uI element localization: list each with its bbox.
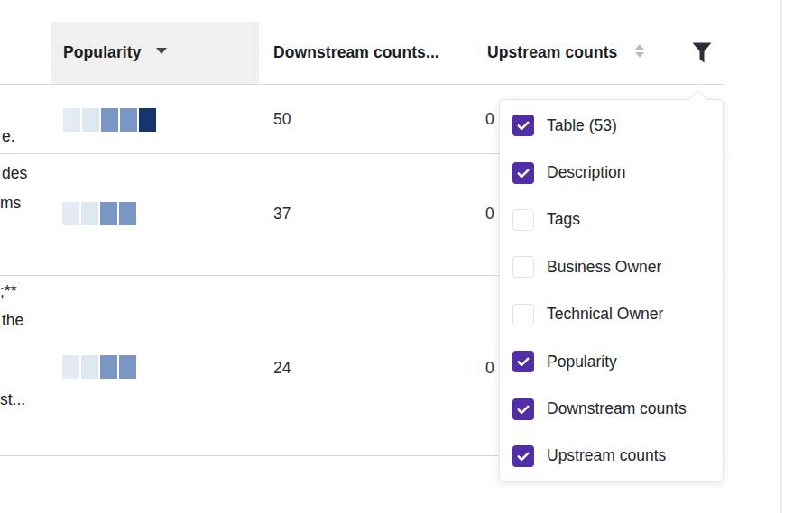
filter-menu-item-label: Upstream counts xyxy=(547,446,666,465)
filter-menu-item-label: Technical Owner xyxy=(547,305,663,324)
popularity-meter-cell xyxy=(81,202,98,225)
checkbox-checked-icon[interactable] xyxy=(512,115,534,136)
sort-up-arrow-icon xyxy=(635,44,644,50)
filter-menu-item[interactable]: Table (53) xyxy=(500,102,723,149)
popularity-meter xyxy=(62,355,136,379)
sort-down-arrow-icon xyxy=(635,52,644,58)
truncated-name-fragment: ms xyxy=(0,194,21,213)
popularity-meter xyxy=(62,202,136,225)
vertical-divider xyxy=(780,0,782,513)
sort-desc-icon xyxy=(156,48,167,54)
upstream-count-value: 0 xyxy=(485,359,494,378)
popularity-meter-cell xyxy=(81,355,98,379)
downstream-count-value: 50 xyxy=(273,110,291,129)
popularity-meter-cell xyxy=(82,108,99,132)
filter-menu-item-label: Description xyxy=(547,163,626,182)
header-separator xyxy=(0,84,724,85)
filter-menu-item-label: Popularity xyxy=(547,353,617,371)
menu-item-list: Table (53)DescriptionTagsBusiness OwnerT… xyxy=(500,102,723,480)
checkbox-checked-icon[interactable] xyxy=(512,445,534,467)
truncated-name-fragment: the xyxy=(2,311,23,330)
checkbox-unchecked-icon[interactable] xyxy=(512,256,534,278)
popularity-meter-cell xyxy=(119,355,136,379)
popularity-meter-cell xyxy=(119,202,136,225)
column-filter-menu: Table (53)DescriptionTagsBusiness OwnerT… xyxy=(499,99,724,482)
filter-funnel-icon xyxy=(691,41,713,69)
truncated-name-fragment: e. xyxy=(2,127,15,146)
filter-menu-item[interactable]: Upstream counts xyxy=(500,433,723,480)
column-header-popularity[interactable]: Popularity xyxy=(63,43,142,62)
checkbox-unchecked-icon[interactable] xyxy=(512,209,534,231)
column-header-downstream-counts[interactable]: Downstream counts... xyxy=(273,43,439,62)
column-header-upstream-counts[interactable]: Upstream counts xyxy=(487,43,617,62)
filter-menu-item[interactable]: Description xyxy=(500,149,723,196)
filter-menu-item-label: Business Owner xyxy=(547,258,661,277)
filter-menu-item-label: Table (53) xyxy=(547,116,617,135)
filter-menu-item[interactable]: Tags xyxy=(500,197,723,243)
truncated-name-fragment: ;** xyxy=(0,282,16,301)
checkbox-unchecked-icon[interactable] xyxy=(512,304,534,325)
popularity-meter-cell xyxy=(62,202,79,225)
filter-menu-item[interactable]: Popularity xyxy=(500,338,723,385)
popularity-meter-cell xyxy=(101,108,118,132)
filter-menu-item-label: Tags xyxy=(547,210,580,229)
truncated-name-fragment: st... xyxy=(0,390,25,409)
upstream-count-value: 0 xyxy=(485,205,494,224)
popularity-meter-cell xyxy=(120,108,137,132)
popularity-meter xyxy=(63,108,156,132)
checkbox-checked-icon[interactable] xyxy=(512,162,534,184)
downstream-count-value: 24 xyxy=(273,359,291,378)
downstream-count-value: 37 xyxy=(273,205,291,224)
filter-menu-item-label: Downstream counts xyxy=(547,399,687,418)
checkbox-checked-icon[interactable] xyxy=(512,351,534,372)
sort-toggle-icon[interactable] xyxy=(635,44,646,58)
filter-menu-item[interactable]: Technical Owner xyxy=(500,291,723,338)
filter-button[interactable] xyxy=(689,42,715,68)
popularity-meter-cell xyxy=(139,108,156,132)
filter-menu-item[interactable]: Downstream counts xyxy=(500,385,723,432)
popularity-meter-cell xyxy=(62,355,79,379)
catalog-table-page: { "header": { "popularity_label": "Popul… xyxy=(0,0,812,513)
popularity-meter-cell xyxy=(100,202,117,225)
popularity-meter-cell xyxy=(100,355,117,379)
checkbox-checked-icon[interactable] xyxy=(512,398,534,420)
upstream-count-value: 0 xyxy=(485,110,494,129)
popularity-meter-cell xyxy=(63,108,80,132)
filter-menu-item[interactable]: Business Owner xyxy=(500,243,723,290)
truncated-name-fragment: des xyxy=(2,164,27,183)
